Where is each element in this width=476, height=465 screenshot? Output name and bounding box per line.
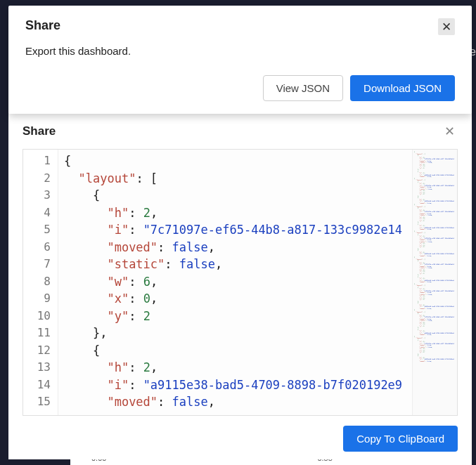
code-line: "h": 2, xyxy=(64,359,406,376)
code-line: "w": 6, xyxy=(64,273,406,291)
line-number: 7 xyxy=(23,256,58,273)
line-number: 8 xyxy=(23,273,58,291)
code-minimap[interactable]: { "layout": [ { "h": 2, "i": "7c71097e-e… xyxy=(412,150,457,415)
dialog-title: Share xyxy=(25,18,60,33)
dialog-button-row: Copy To ClipBoard xyxy=(22,426,458,452)
dialog-button-row: View JSON Download JSON xyxy=(25,75,455,101)
line-number: 4 xyxy=(23,204,58,222)
code-line: "i": "a9115e38-bad5-4709-8898-b7f020192e… xyxy=(64,376,406,394)
line-number: 2 xyxy=(23,170,58,188)
code-line: "y": 2 xyxy=(64,308,406,325)
code-line: { xyxy=(64,187,406,204)
line-number: 15 xyxy=(23,393,58,411)
line-number: 1 xyxy=(23,152,58,170)
json-code-editor[interactable]: 123456789101112131415 { "layout": [ { "h… xyxy=(22,149,458,416)
code-line: "i": "7c71097e-ef65-44b8-a817-133c9982e1… xyxy=(64,221,406,239)
dialog-title: Share xyxy=(22,124,56,138)
dialog-subtitle: Export this dashboard. xyxy=(25,45,455,57)
line-number: 9 xyxy=(23,290,58,308)
code-line: "layout": [ xyxy=(64,170,406,188)
close-icon: ✕ xyxy=(444,124,455,138)
dialog-header: Share ✕ xyxy=(25,18,455,35)
code-content[interactable]: { "layout": [ { "h": 2, "i": "7c71097e-e… xyxy=(58,150,412,415)
line-number: 12 xyxy=(23,342,58,360)
line-number-gutter: 123456789101112131415 xyxy=(23,150,58,415)
close-button[interactable]: ✕ xyxy=(442,122,458,140)
line-number: 6 xyxy=(23,239,58,256)
line-number: 10 xyxy=(23,308,58,325)
line-number: 11 xyxy=(23,325,58,342)
line-number: 14 xyxy=(23,376,58,394)
dialog-header: Share ✕ xyxy=(22,122,458,140)
line-number: 13 xyxy=(23,359,58,376)
code-line: { xyxy=(64,152,406,170)
close-button[interactable]: ✕ xyxy=(438,18,455,35)
line-number: 5 xyxy=(23,221,58,239)
code-line: "x": 0, xyxy=(64,290,406,308)
view-json-button[interactable]: View JSON xyxy=(263,75,343,101)
share-json-dialog: Share ✕ 123456789101112131415 { "layout"… xyxy=(8,110,472,459)
code-line: { xyxy=(64,342,406,360)
close-icon: ✕ xyxy=(442,21,451,33)
line-number: 3 xyxy=(23,187,58,204)
code-line: "moved": false, xyxy=(64,239,406,256)
code-line: "static": false, xyxy=(64,256,406,273)
copy-to-clipboard-button[interactable]: Copy To ClipBoard xyxy=(343,426,458,452)
code-line: }, xyxy=(64,325,406,342)
code-line: "moved": false, xyxy=(64,393,406,411)
download-json-button[interactable]: Download JSON xyxy=(350,75,455,101)
share-export-dialog: Share ✕ Export this dashboard. View JSON… xyxy=(8,6,472,114)
code-line: "h": 2, xyxy=(64,204,406,222)
